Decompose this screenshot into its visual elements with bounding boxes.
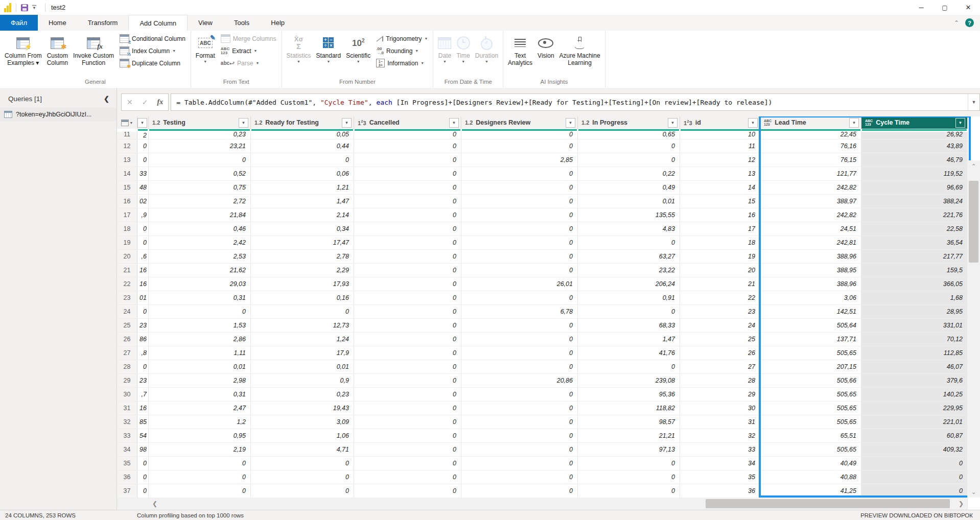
- cell-testing[interactable]: 0: [149, 484, 251, 498]
- cell-id[interactable]: 25: [680, 333, 760, 346]
- cell-cancelled[interactable]: 0: [354, 346, 461, 360]
- cell-lead-time[interactable]: 22,45: [760, 132, 861, 139]
- cell-designers-review[interactable]: 0: [461, 291, 578, 304]
- column-header-cycle-time[interactable]: ABC123Cycle Time▼: [861, 116, 968, 129]
- cell-lead-time[interactable]: 388,96: [760, 277, 861, 291]
- cell-clipped[interactable]: 2: [137, 132, 149, 139]
- query-list-item[interactable]: ?token=eyJhbGciOiJIUzI...: [0, 108, 116, 121]
- row-number[interactable]: 33: [117, 429, 137, 442]
- statistics-button[interactable]: X̄σΣStatistics▼: [284, 32, 314, 77]
- custom-column-button[interactable]: ✱Custom Column: [44, 32, 71, 77]
- scroll-right-icon[interactable]: ❯: [955, 498, 967, 510]
- cell-id[interactable]: 33: [680, 443, 760, 456]
- cell-cycle-time[interactable]: 217,77: [861, 250, 968, 263]
- cell-cancelled[interactable]: 0: [354, 305, 461, 318]
- text-analytics-button[interactable]: Text Analytics: [505, 32, 535, 77]
- cell-in-progress[interactable]: 63,27: [578, 250, 680, 263]
- cell-in-progress[interactable]: 0: [578, 360, 680, 373]
- cell-in-progress[interactable]: 0: [578, 457, 680, 470]
- select-all-corner-cell[interactable]: ▼: [117, 116, 137, 129]
- row-number[interactable]: 19: [117, 236, 137, 249]
- row-number[interactable]: 16: [117, 195, 137, 208]
- cell-designers-review[interactable]: 0: [461, 346, 578, 360]
- cell-designers-review[interactable]: 0: [461, 208, 578, 222]
- cell-lead-time[interactable]: 207,15: [760, 360, 861, 373]
- cell-in-progress[interactable]: 97,13: [578, 443, 680, 456]
- time-button[interactable]: Time▼: [454, 32, 472, 77]
- cell-cancelled[interactable]: 0: [354, 457, 461, 470]
- cell-cancelled[interactable]: 0: [354, 415, 461, 429]
- cell-ready-for-testing[interactable]: 0: [251, 305, 354, 318]
- cell-designers-review[interactable]: 0: [461, 264, 578, 277]
- cell-cycle-time[interactable]: 46,07: [861, 360, 968, 373]
- cell-lead-time[interactable]: 505,65: [760, 401, 861, 415]
- cell-in-progress[interactable]: 135,55: [578, 208, 680, 222]
- cell-clipped[interactable]: 16: [137, 264, 149, 277]
- minimize-button[interactable]: ─: [909, 0, 933, 15]
- cell-testing[interactable]: 0,52: [149, 167, 251, 180]
- cell-clipped[interactable]: 0: [137, 305, 149, 318]
- cell-cycle-time[interactable]: 28,95: [861, 305, 968, 318]
- cell-designers-review[interactable]: 26,01: [461, 277, 578, 291]
- cell-in-progress[interactable]: 239,08: [578, 374, 680, 387]
- cell-ready-for-testing[interactable]: 0: [251, 470, 354, 484]
- cell-cycle-time[interactable]: 36,54: [861, 236, 968, 249]
- cell-cancelled[interactable]: 0: [354, 264, 461, 277]
- cell-ready-for-testing[interactable]: 19,43: [251, 401, 354, 415]
- formula-cancel-icon[interactable]: ✕: [127, 98, 133, 106]
- row-number[interactable]: 20: [117, 250, 137, 263]
- cell-testing[interactable]: 23,21: [149, 139, 251, 153]
- cell-clipped[interactable]: 85: [137, 415, 149, 429]
- vertical-scrollbar[interactable]: ⌃ ⌄: [967, 160, 980, 498]
- cell-lead-time[interactable]: 505,65: [760, 346, 861, 360]
- formula-check-icon[interactable]: ✓: [142, 98, 148, 106]
- cell-cycle-time[interactable]: 43,89: [861, 139, 968, 153]
- cell-cycle-time[interactable]: 0: [861, 484, 968, 498]
- cell-clipped[interactable]: 0: [137, 470, 149, 484]
- cell-testing[interactable]: 0,75: [149, 181, 251, 194]
- cell-clipped[interactable]: ,9: [137, 208, 149, 222]
- cell-designers-review[interactable]: 0: [461, 457, 578, 470]
- cell-testing[interactable]: 21,62: [149, 264, 251, 277]
- cell-lead-time[interactable]: 76,15: [760, 153, 861, 167]
- row-number[interactable]: 17: [117, 208, 137, 222]
- tab-add-column[interactable]: Add Column: [128, 15, 188, 31]
- collapse-queries-icon[interactable]: ❮: [104, 95, 109, 103]
- cell-ready-for-testing[interactable]: 0: [251, 153, 354, 167]
- cell-cycle-time[interactable]: 388,24: [861, 195, 968, 208]
- vision-button[interactable]: Vision: [535, 32, 556, 77]
- trigonometry-button[interactable]: Trigonometry▼: [376, 33, 428, 44]
- rounding-button[interactable]: .00→.0Rounding▼: [376, 45, 428, 56]
- tab-tools[interactable]: Tools: [223, 15, 260, 31]
- cell-cancelled[interactable]: 0: [354, 195, 461, 208]
- cell-lead-time[interactable]: 505,65: [760, 388, 861, 401]
- horizontal-scrollbar[interactable]: ❮ ❯: [117, 498, 967, 510]
- cell-lead-time[interactable]: 142,51: [760, 305, 861, 318]
- row-number[interactable]: 30: [117, 388, 137, 401]
- filter-dropdown-icon[interactable]: ▼: [849, 118, 859, 128]
- cell-in-progress[interactable]: 0,91: [578, 291, 680, 304]
- cell-testing[interactable]: 21,84: [149, 208, 251, 222]
- row-number[interactable]: 21: [117, 264, 137, 277]
- invoke-custom-function-button[interactable]: fxInvoke Custom Function: [71, 32, 116, 77]
- cell-cancelled[interactable]: 0: [354, 250, 461, 263]
- cell-id[interactable]: 11: [680, 139, 760, 153]
- cell-lead-time[interactable]: 505,66: [760, 374, 861, 387]
- filter-dropdown-icon[interactable]: ▼: [239, 118, 248, 128]
- cell-cancelled[interactable]: 0: [354, 360, 461, 373]
- cell-cancelled[interactable]: 0: [354, 222, 461, 235]
- cell-id[interactable]: 29: [680, 388, 760, 401]
- cell-designers-review[interactable]: 0: [461, 236, 578, 249]
- scroll-left-icon[interactable]: ❮: [149, 498, 161, 510]
- cell-designers-review[interactable]: 0: [461, 132, 578, 139]
- cell-designers-review[interactable]: 0: [461, 484, 578, 498]
- cell-cancelled[interactable]: 0: [354, 374, 461, 387]
- row-number[interactable]: 12: [117, 139, 137, 153]
- cell-lead-time[interactable]: 40,49: [760, 457, 861, 470]
- azure-machine-learning-button[interactable]: Azure Machine Learning: [557, 32, 603, 77]
- cell-cancelled[interactable]: 0: [354, 429, 461, 442]
- cell-designers-review[interactable]: 0: [461, 167, 578, 180]
- row-number[interactable]: 25: [117, 319, 137, 332]
- row-number[interactable]: 31: [117, 401, 137, 415]
- cell-cycle-time[interactable]: 379,6: [861, 374, 968, 387]
